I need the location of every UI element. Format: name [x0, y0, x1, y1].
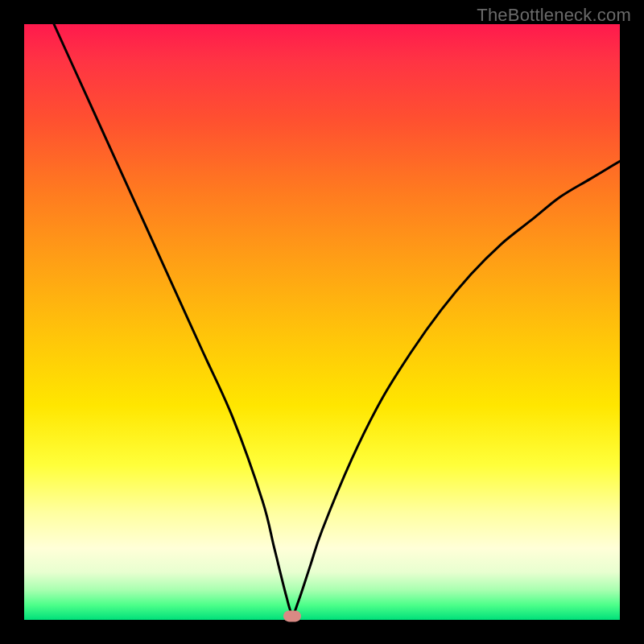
watermark-text: TheBottleneck.com: [477, 5, 631, 26]
plot-area: [24, 24, 620, 620]
chart-frame: TheBottleneck.com: [0, 0, 644, 644]
minimum-marker: [283, 610, 301, 621]
bottleneck-curve: [24, 24, 620, 620]
